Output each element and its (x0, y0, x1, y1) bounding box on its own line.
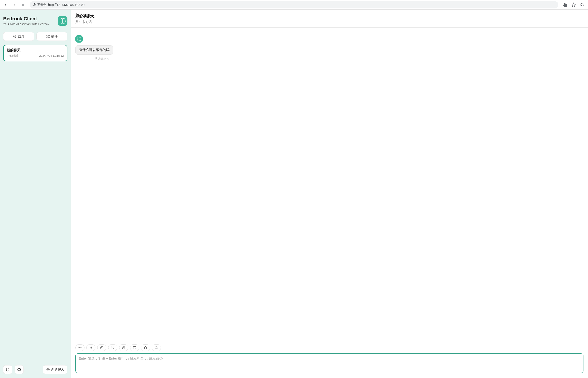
plus-circle-icon (46, 368, 50, 371)
svg-point-22 (124, 347, 124, 348)
svg-point-14 (80, 347, 80, 348)
svg-rect-23 (133, 347, 136, 349)
robot-face-icon (122, 346, 125, 350)
plugin-label: 插件 (51, 34, 58, 39)
translate-icon[interactable]: 文 (561, 1, 569, 9)
sidebar: Bedrock Client Your own AI assistant wit… (0, 10, 71, 378)
robot-icon (144, 346, 147, 350)
auto-icon (100, 346, 104, 350)
browser-forward-button[interactable] (11, 1, 18, 9)
mask-icon (13, 35, 17, 38)
chat-item-meta: 0 条对话 2024/7/24 11:15:12 (7, 54, 64, 58)
svg-point-16 (90, 347, 90, 347)
svg-rect-7 (47, 35, 48, 36)
insecure-label: 不安全 (37, 3, 46, 7)
sidebar-header: Bedrock Client Your own AI assistant wit… (3, 16, 67, 26)
cloud-icon (155, 346, 158, 350)
brand-icon (58, 16, 67, 26)
github-button[interactable] (14, 365, 24, 374)
mask-button[interactable]: 面具 (3, 32, 34, 41)
tool-mask-button[interactable] (119, 344, 128, 351)
input-area (71, 342, 588, 378)
tool-auto-button[interactable] (97, 344, 106, 351)
tool-theme-button[interactable] (86, 344, 95, 351)
svg-point-4 (13, 35, 16, 38)
chat-subtitle: 共 0 条对话 (75, 20, 583, 24)
bot-avatar (75, 35, 83, 42)
tool-magic-button[interactable] (108, 344, 117, 351)
svg-rect-8 (48, 35, 49, 36)
svg-marker-3 (572, 3, 576, 7)
sidebar-footer: 新的聊天 (3, 363, 67, 374)
wand-icon (111, 346, 115, 350)
mask-label: 面具 (18, 34, 24, 39)
svg-point-5 (14, 36, 14, 36)
insecure-badge: 不安全 (33, 3, 46, 7)
tool-robot-button[interactable] (141, 344, 150, 351)
svg-point-20 (122, 346, 125, 349)
svg-point-6 (15, 36, 15, 36)
tool-settings-button[interactable] (75, 344, 84, 351)
bot-message: 有什么可以帮你的吗 (75, 45, 113, 55)
svg-point-18 (92, 348, 92, 349)
svg-text:文: 文 (564, 3, 565, 5)
browser-stop-button[interactable] (19, 1, 27, 9)
svg-point-15 (90, 347, 91, 348)
chat-body: 有什么可以帮你的吗 预设提示词 (71, 27, 588, 342)
svg-rect-9 (47, 37, 48, 38)
chat-item-count: 0 条对话 (7, 54, 18, 58)
github-icon (17, 367, 21, 372)
new-chat-label: 新的聊天 (51, 367, 64, 372)
app-container: Bedrock Client Your own AI assistant wit… (0, 10, 588, 378)
url-text: http://18.143.166.103:81 (48, 3, 555, 7)
svg-point-21 (123, 347, 123, 348)
tool-cloud-button[interactable] (152, 344, 161, 351)
bookmark-star-icon[interactable] (570, 1, 577, 9)
chat-item-title: 新的聊天 (7, 48, 64, 52)
app-subtitle: Your own AI assistant with Bedrock. (3, 22, 50, 26)
extensions-icon[interactable] (578, 1, 586, 9)
settings-button[interactable] (3, 365, 12, 374)
svg-point-17 (92, 347, 92, 347)
sparkle-icon (89, 346, 93, 350)
hexagon-icon (6, 367, 10, 372)
sidebar-buttons: 面具 插件 (3, 32, 67, 41)
svg-point-25 (145, 348, 145, 348)
gear-icon (78, 346, 82, 350)
grid-icon (46, 35, 50, 38)
url-bar[interactable]: 不安全 http://18.143.166.103:81 (30, 1, 558, 8)
tool-image-button[interactable] (130, 344, 139, 351)
browser-bar: 不安全 http://18.143.166.103:81 文 (0, 0, 588, 10)
svg-rect-10 (48, 37, 49, 38)
image-icon (133, 346, 136, 350)
chat-item-timestamp: 2024/7/24 11:15:12 (39, 54, 64, 58)
main-content: 新的聊天 共 0 条对话 有什么可以帮你的吗 预设提示词 (71, 10, 588, 378)
chat-title: 新的聊天 (75, 13, 583, 19)
svg-point-26 (146, 348, 146, 348)
main-header: 新的聊天 共 0 条对话 (71, 10, 588, 27)
message-input[interactable] (75, 353, 583, 373)
input-toolbar (75, 344, 583, 351)
brain-icon (77, 37, 81, 41)
app-title: Bedrock Client (3, 16, 50, 21)
browser-back-button[interactable] (2, 1, 10, 9)
new-chat-button[interactable]: 新的聊天 (43, 365, 67, 374)
plugin-button[interactable]: 插件 (36, 32, 67, 41)
chat-item[interactable]: 新的聊天 0 条对话 2024/7/24 11:15:12 (3, 45, 67, 61)
chat-list: 新的聊天 0 条对话 2024/7/24 11:15:12 (3, 45, 67, 363)
preset-hint: 预设提示词 (94, 56, 583, 61)
